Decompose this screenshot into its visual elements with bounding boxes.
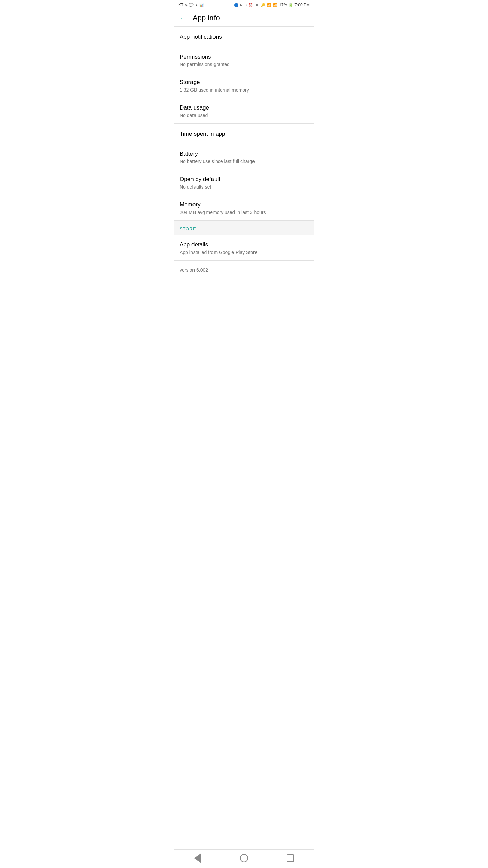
alarm-icon: ⏰ <box>248 3 253 7</box>
content-area: App notifications Permissions No permiss… <box>174 27 314 300</box>
app-details-subtitle: App installed from Google Play Store <box>180 250 308 255</box>
status-bar: KT ⊗ 💬 ▲ 📊 🔵 NFC ⏰ HD 🔑 📶 📶 17% 🔋 7:00 P… <box>174 0 314 9</box>
signal-bar-icon: 📶 <box>273 3 278 7</box>
hd-icon: HD <box>255 3 259 7</box>
memory-item[interactable]: Memory 204 MB avg memory used in last 3 … <box>174 195 314 221</box>
version-item: version 6.002 <box>174 261 314 279</box>
open-by-default-label: Open by default <box>180 176 308 183</box>
permissions-item[interactable]: Permissions No permissions granted <box>174 47 314 73</box>
battery-item[interactable]: Battery No battery use since last full c… <box>174 144 314 170</box>
open-by-default-item[interactable]: Open by default No defaults set <box>174 170 314 195</box>
version-text: version 6.002 <box>180 267 208 273</box>
carrier-text: KT <box>178 3 183 7</box>
time-spent-item[interactable]: Time spent in app <box>174 124 314 144</box>
time-text: 7:00 PM <box>294 3 310 7</box>
status-right: 🔵 NFC ⏰ HD 🔑 📶 📶 17% 🔋 7:00 PM <box>234 3 310 7</box>
app-notifications-item[interactable]: App notifications <box>174 27 314 47</box>
app-details-label: App details <box>180 241 308 248</box>
wifi-icon: 📶 <box>267 3 271 7</box>
memory-label: Memory <box>180 201 308 208</box>
time-spent-label: Time spent in app <box>180 131 308 137</box>
store-section-header: STORE <box>174 221 314 235</box>
battery-label: Battery <box>180 151 308 157</box>
battery-percentage: 17% <box>279 3 287 7</box>
storage-item[interactable]: Storage 1.32 GB used in internal memory <box>174 73 314 98</box>
storage-subtitle: 1.32 GB used in internal memory <box>180 87 308 93</box>
nfc-icon: NFC <box>240 3 247 7</box>
data-usage-label: Data usage <box>180 104 308 111</box>
status-left: KT ⊗ 💬 ▲ 📊 <box>178 3 204 7</box>
header: ← App info <box>174 9 314 27</box>
app-details-item[interactable]: App details App installed from Google Pl… <box>174 235 314 261</box>
permissions-subtitle: No permissions granted <box>180 62 308 67</box>
open-by-default-subtitle: No defaults set <box>180 184 308 190</box>
memory-subtitle: 204 MB avg memory used in last 3 hours <box>180 210 308 215</box>
back-button[interactable]: ← <box>180 14 187 22</box>
store-section-label: STORE <box>180 226 196 231</box>
key-icon: 🔑 <box>261 3 265 7</box>
signal-icons: ⊗ 💬 ▲ 📊 <box>185 3 204 7</box>
permissions-label: Permissions <box>180 54 308 60</box>
data-usage-item[interactable]: Data usage No data used <box>174 98 314 124</box>
page-title: App info <box>192 14 220 22</box>
app-notifications-label: App notifications <box>180 34 308 40</box>
battery-icon: 🔋 <box>288 3 293 7</box>
bluetooth-icon: 🔵 <box>234 3 239 7</box>
storage-label: Storage <box>180 79 308 86</box>
data-usage-subtitle: No data used <box>180 113 308 118</box>
battery-subtitle: No battery use since last full charge <box>180 159 308 164</box>
